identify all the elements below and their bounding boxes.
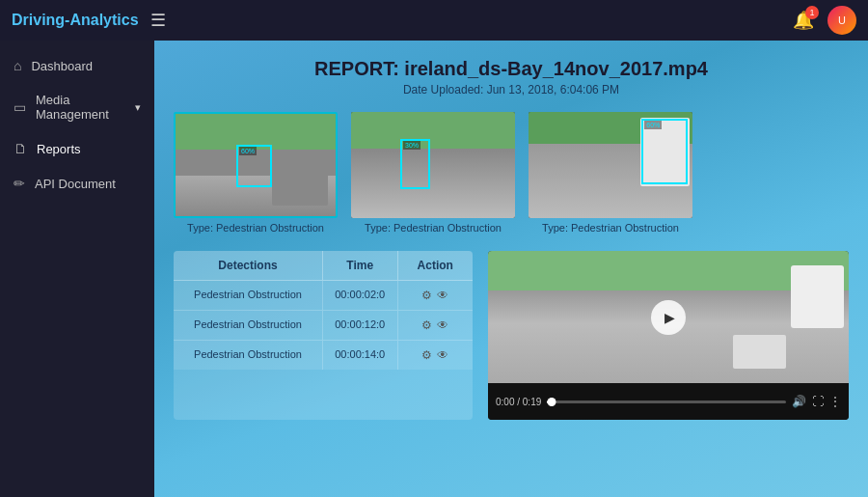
thumb-image-2: 30% (351, 112, 515, 218)
detection-box-2: 30% (400, 139, 430, 190)
header-right: 🔔 1 U (793, 6, 856, 35)
thumb-label-2: Type: Pedestrian Obstruction (365, 222, 502, 234)
row-2-action: ⚙ 👁 (398, 311, 474, 340)
thumb-image-1: 60% (174, 112, 338, 218)
row-2-detection: Pedestrian Obstruction (174, 311, 323, 340)
thumbnail-row: 60% Type: Pedestrian Obstruction 30% (174, 112, 849, 234)
eye-icon-2[interactable]: 👁 (437, 318, 448, 332)
notification-bell[interactable]: 🔔 1 (793, 10, 814, 31)
settings-icon-2[interactable]: ⚙ (421, 318, 432, 332)
reports-icon: 🗋 (14, 141, 27, 156)
time-display: 0:00 / 0:19 (496, 397, 541, 407)
volume-icon[interactable]: 🔊 (792, 395, 806, 408)
progress-bar[interactable] (547, 400, 786, 403)
settings-icon-1[interactable]: ⚙ (421, 289, 432, 302)
main-content: REPORT: ireland_ds-Bay_14nov_2017.mp4 Da… (154, 41, 868, 497)
detection-box: 60% (236, 145, 272, 188)
col-header-detections: Detections (174, 251, 323, 280)
sidebar-label-media: Media Management (36, 93, 125, 122)
notification-badge: 1 (805, 6, 819, 19)
road-scene-1: 60% (176, 114, 336, 216)
home-icon: ⌂ (14, 58, 21, 73)
sidebar-item-media-management[interactable]: ▭ Media Management ▾ (0, 83, 154, 131)
thumbnail-2[interactable]: 30% Type: Pedestrian Obstruction (351, 112, 515, 234)
header-left: Driving-Analytics ☰ (12, 10, 166, 31)
detection-box-3: 60% (641, 119, 688, 184)
video-scene: ▶ (488, 251, 849, 383)
thumbnail-1[interactable]: 60% Type: Pedestrian Obstruction (174, 112, 338, 234)
sidebar-label-reports: Reports (37, 142, 81, 156)
play-icon: ▶ (665, 310, 675, 325)
avatar[interactable]: U (827, 6, 856, 35)
eye-icon-1[interactable]: 👁 (437, 289, 448, 302)
row-2-time: 00:00:12:0 (323, 311, 398, 340)
play-button[interactable]: ▶ (651, 300, 686, 335)
report-header: REPORT: ireland_ds-Bay_14nov_2017.mp4 Da… (174, 58, 849, 97)
road-scene-2: 30% (351, 112, 515, 218)
row-3-action: ⚙ 👁 (398, 341, 474, 370)
bottom-section: Detections Time Action Pedestrian Obstru… (174, 251, 849, 420)
sidebar-label-api: API Document (35, 177, 116, 191)
action-icons-3: ⚙ 👁 (406, 348, 466, 362)
col-header-time: Time (323, 251, 398, 280)
sidebar-item-reports[interactable]: 🗋 Reports (0, 131, 154, 166)
header: Driving-Analytics ☰ 🔔 1 U (0, 0, 868, 41)
table-row: Pedestrian Obstruction 00:00:12:0 ⚙ 👁 (174, 311, 473, 341)
table-header-row: Detections Time Action (174, 251, 473, 281)
row-1-detection: Pedestrian Obstruction (174, 281, 323, 310)
menu-icon[interactable]: ☰ (150, 10, 166, 31)
chevron-down-icon: ▾ (135, 101, 141, 114)
row-1-action: ⚙ 👁 (398, 281, 474, 310)
report-title: REPORT: ireland_ds-Bay_14nov_2017.mp4 (174, 58, 849, 80)
road-scene-3: 60% (529, 112, 692, 218)
row-3-time: 00:00:14:0 (323, 341, 398, 370)
road-bg-2 (351, 112, 515, 218)
media-icon: ▭ (14, 99, 26, 115)
table-row: Pedestrian Obstruction 00:00:14:0 ⚙ 👁 (174, 341, 473, 370)
row-3-detection: Pedestrian Obstruction (174, 341, 323, 370)
settings-icon-3[interactable]: ⚙ (421, 348, 432, 362)
sidebar-item-api-document[interactable]: ✏ API Document (0, 166, 154, 201)
eye-icon-3[interactable]: 👁 (437, 348, 448, 362)
action-icons-1: ⚙ 👁 (406, 289, 466, 302)
video-controls: 0:00 / 0:19 🔊 ⛶ ⋮ (488, 383, 849, 420)
sidebar-item-dashboard[interactable]: ⌂ Dashboard (0, 48, 154, 83)
thumbnail-3[interactable]: 60% Type: Pedestrian Obstruction (529, 112, 692, 234)
table-row: Pedestrian Obstruction 00:00:02:0 ⚙ 👁 (174, 281, 473, 311)
sidebar: ⌂ Dashboard ▭ Media Management ▾ 🗋 Repor… (0, 41, 154, 497)
col-header-action: Action (398, 251, 474, 280)
sidebar-label-dashboard: Dashboard (31, 59, 93, 73)
detection-table: Detections Time Action Pedestrian Obstru… (174, 251, 473, 420)
thumb-label-1: Type: Pedestrian Obstruction (187, 222, 324, 234)
row-1-time: 00:00:02:0 (323, 281, 398, 310)
body: ⌂ Dashboard ▭ Media Management ▾ 🗋 Repor… (0, 41, 868, 497)
action-icons-2: ⚙ 👁 (406, 318, 466, 332)
app-title: Driving-Analytics (12, 12, 139, 29)
video-van (791, 265, 844, 328)
api-icon: ✏ (14, 176, 25, 191)
report-date: Date Uploaded: Jun 13, 2018, 6:04:06 PM (174, 83, 849, 97)
car-silhouette (272, 170, 328, 206)
video-player: ▶ 0:00 / 0:19 🔊 ⛶ ⋮ (488, 251, 849, 420)
progress-dot (548, 398, 556, 406)
fullscreen-icon[interactable]: ⛶ (812, 395, 824, 408)
more-icon[interactable]: ⋮ (829, 395, 841, 408)
thumb-label-3: Type: Pedestrian Obstruction (542, 222, 679, 234)
thumb-image-3: 60% (529, 112, 692, 218)
video-car (733, 335, 786, 369)
